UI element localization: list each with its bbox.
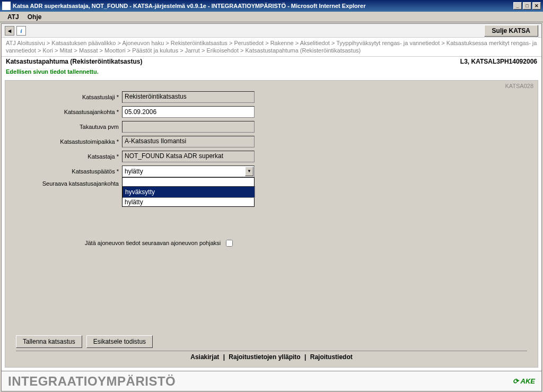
page-title-row: Katsastustapahtuma (Rekisteröintikatsast… xyxy=(2,57,541,66)
crumb[interactable]: Rekisteröintikatsastus xyxy=(171,40,227,46)
button-row: Tallenna katsastus Esikatsele todistus xyxy=(16,335,153,348)
field-takautuva[interactable] xyxy=(122,121,255,133)
content-area: ◄ i Sulje KATSA ATJ Aloitussivu > Katsas… xyxy=(1,23,542,391)
field-ajankohta[interactable] xyxy=(122,106,255,118)
window-title: Katsa ADR superkatsastaja, NOT_FOUND - K… xyxy=(13,3,513,9)
ake-logo: ⟳ AKE xyxy=(513,377,535,385)
info-button[interactable]: i xyxy=(16,26,26,36)
crumb[interactable]: ATJ Aloitussivu xyxy=(6,40,45,46)
crumb[interactable]: Rakenne xyxy=(270,40,294,46)
label-katsastuslaji: Katsastuslaji * xyxy=(16,94,122,100)
crumb[interactable]: Päästöt ja kulutus xyxy=(132,47,178,54)
chevron-down-icon[interactable]: ▼ xyxy=(245,167,253,176)
crumb-current: Katsastustapahtuma (Rekisteröintikatsast… xyxy=(246,47,361,54)
window-buttons: _ □ ✕ xyxy=(513,2,541,10)
window-titlebar: Katsa ADR superkatsastaja, NOT_FOUND - K… xyxy=(0,0,543,12)
field-katsastuslaji: Rekisteröintikatsastus xyxy=(122,91,255,103)
env-label: INTEGRAATIOYMPÄRISTÖ xyxy=(8,374,513,389)
label-toimipaikka: Katsastustoimipaikka * xyxy=(16,138,122,145)
crumb[interactable]: Perustiedot xyxy=(234,40,264,46)
crumb[interactable]: Mitat xyxy=(60,47,73,54)
label-ajankohta: Katsastusajankohta * xyxy=(16,109,122,115)
field-katsastaja: NOT_FOUND Katsa ADR superkat xyxy=(122,151,255,162)
option-hyvaksytty[interactable]: hyväksytty xyxy=(122,186,255,198)
label-seuraava: Seuraava katsastusajankohta xyxy=(16,180,122,187)
link-asiakirjat[interactable]: Asiakirjat xyxy=(188,353,221,361)
menu-atj[interactable]: ATJ xyxy=(3,12,23,22)
crumb[interactable]: Jarrut xyxy=(185,47,200,54)
ie-icon xyxy=(2,2,11,10)
dropdown-paatos: hyväksytty hylätty xyxy=(122,177,255,207)
footer: INTEGRAATIOYMPÄRISTÖ ⟳ AKE xyxy=(2,371,541,391)
label-jata: Jätä ajoneuvon tiedot seuraavan ajoneuvo… xyxy=(85,240,221,246)
menubar: ATJ Ohje xyxy=(0,12,543,22)
checkbox-row: Jätä ajoneuvon tiedot seuraavan ajoneuvo… xyxy=(85,240,527,247)
select-paatos[interactable]: hylätty ▼ hyväksytty hylätty xyxy=(122,165,255,177)
menu-ohje[interactable]: Ohje xyxy=(23,12,46,22)
minimize-button[interactable]: _ xyxy=(513,2,522,10)
tallenna-button[interactable]: Tallenna katsastus xyxy=(16,335,82,348)
label-takautuva: Takautuva pvm xyxy=(16,124,122,130)
toolbar: ◄ i Sulje KATSA xyxy=(2,24,541,38)
option-blank[interactable] xyxy=(122,178,254,186)
close-button[interactable]: ✕ xyxy=(532,2,541,10)
crumb[interactable]: Ajoneuvon haku xyxy=(122,40,164,46)
crumb[interactable]: Moottori xyxy=(104,47,126,54)
link-rajoitus[interactable]: Rajoitustiedot xyxy=(308,353,355,361)
form-code: KATSA028 xyxy=(505,83,533,89)
select-paatos-value: hylätty xyxy=(122,165,255,177)
crumb[interactable]: Tyyppihyväksytyt rengas- ja vannetiedot xyxy=(336,40,440,46)
links-row: Asiakirjat | Rajoitustietojen ylläpito |… xyxy=(5,353,538,361)
sulje-katsa-button[interactable]: Sulje KATSA xyxy=(484,25,538,37)
checkbox-jata[interactable] xyxy=(226,240,233,247)
field-toimipaikka: A-Katsastus Ilomantsi xyxy=(122,136,255,147)
page-title: Katsastustapahtuma (Rekisteröintikatsast… xyxy=(6,58,460,65)
esikatsele-button[interactable]: Esikatsele todistus xyxy=(86,335,153,348)
breadcrumb: ATJ Aloitussivu > Katsastuksen päävalikk… xyxy=(2,38,541,57)
link-rajoitusyp[interactable]: Rajoitustietojen ylläpito xyxy=(226,353,302,361)
main-panel: KATSA028 Katsastuslaji * Rekisteröintika… xyxy=(5,80,538,368)
divider xyxy=(16,351,527,351)
crumb[interactable]: Kori xyxy=(42,47,53,54)
crumb[interactable]: Akselitiedot xyxy=(300,40,330,46)
page-context: L3, KATSAL3PH14092006 xyxy=(460,58,537,65)
label-katsastaja: Katsastaja * xyxy=(16,153,122,160)
crumb[interactable]: Massat xyxy=(79,47,98,54)
back-button[interactable]: ◄ xyxy=(5,26,14,36)
crumb[interactable]: Erikoisehdot xyxy=(206,47,239,54)
status-message: Edellisen sivun tiedot tallennettu. xyxy=(2,66,541,77)
crumb[interactable]: Katsastuksen päävalikko xyxy=(51,40,116,46)
maximize-button[interactable]: □ xyxy=(523,2,531,10)
option-hylatty[interactable]: hylätty xyxy=(122,198,254,206)
label-paatos: Katsastuspäätös * xyxy=(16,168,122,175)
